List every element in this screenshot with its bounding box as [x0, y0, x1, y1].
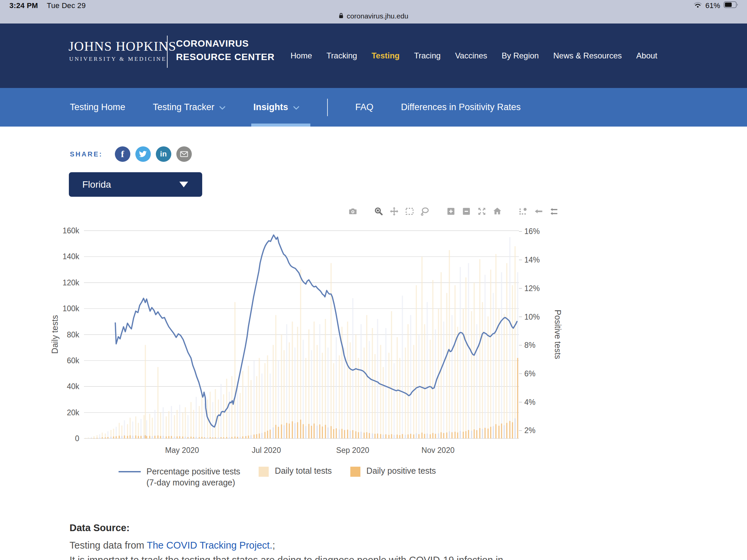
positive-tests-bar — [275, 425, 276, 438]
total-tests-bar — [185, 407, 186, 438]
positive-tests-bar — [239, 437, 240, 438]
covid-tracking-project-link[interactable]: The COVID Tracking Project. — [147, 540, 273, 551]
positive-tests-bar — [88, 438, 89, 438]
positive-tests-bar — [416, 433, 417, 438]
total-tests-bar — [325, 319, 326, 438]
positive-tests-bar — [199, 437, 200, 438]
total-tests-bar — [157, 367, 158, 438]
positive-tests-bar — [421, 433, 422, 438]
positive-tests-bar — [174, 436, 175, 438]
total-tests-bar — [457, 327, 458, 438]
positive-tests-bar — [336, 428, 337, 438]
total-tests-bar — [135, 416, 136, 438]
positive-tests-bar — [506, 423, 507, 438]
total-tests-bar — [270, 374, 271, 438]
x-axis-tick: Nov 2020 — [421, 446, 455, 455]
positive-tests-bar — [185, 437, 186, 438]
positive-tests-bar — [402, 434, 403, 438]
total-tests-bar — [190, 402, 191, 438]
positive-tests-bar — [303, 424, 304, 438]
positive-tests-bar — [366, 432, 367, 438]
positive-tests-bar — [278, 427, 279, 438]
total-tests-bar — [506, 263, 507, 438]
positive-tests-bar — [171, 436, 172, 438]
total-tests-bar — [174, 415, 175, 438]
total-tests-bar — [215, 389, 216, 438]
positive-tests-bar — [119, 436, 120, 438]
positive-tests-bar — [190, 437, 191, 438]
positive-tests-bar — [465, 431, 466, 438]
positive-tests-bar — [138, 436, 139, 438]
positive-tests-bar — [99, 438, 100, 438]
positive-tests-bar — [242, 436, 243, 438]
total-tests-bar — [473, 283, 474, 438]
positive-tests-bar — [130, 435, 131, 438]
positive-tests-bar — [110, 437, 111, 438]
total-tests-legend-swatch — [259, 466, 269, 477]
total-tests-bar — [223, 394, 224, 438]
total-tests-bar — [237, 381, 238, 438]
positive-tests-bar — [93, 438, 94, 438]
left-axis-tick: 100k — [62, 304, 79, 313]
positive-tests-bar — [385, 434, 386, 438]
total-tests-bar — [397, 337, 398, 438]
total-tests-bar — [360, 324, 361, 438]
positivity-line — [115, 235, 517, 427]
total-tests-bar — [168, 411, 169, 438]
total-tests-bar — [333, 363, 334, 438]
total-tests-bar — [347, 322, 348, 438]
positive-tests-bar — [289, 424, 290, 438]
positive-tests-bar — [498, 426, 499, 438]
positive-tests-bar — [115, 436, 117, 438]
positive-tests-bar — [254, 434, 255, 438]
page: 3:24 PMTue Dec 29 61% coronavirus.jhu.ed… — [0, 0, 747, 560]
positive-tests-bar — [146, 436, 147, 438]
positive-tests-bar — [355, 431, 356, 438]
total-tests-bar — [471, 311, 472, 438]
total-tests-bar — [402, 295, 403, 438]
total-tests-bar — [254, 361, 255, 438]
positive-tests-bar — [193, 437, 194, 438]
positive-tests-bar — [207, 437, 208, 438]
positive-tests-bar — [229, 437, 230, 438]
total-tests-bar — [490, 270, 491, 438]
positive-tests-bar — [313, 424, 314, 438]
bars-layer — [85, 237, 518, 438]
right-axis-tick: 14% — [524, 256, 540, 264]
positive-tests-bar — [331, 426, 332, 438]
positive-tests-bar — [273, 427, 274, 438]
positive-tests-bar — [201, 437, 202, 438]
total-tests-bar — [160, 412, 161, 438]
positive-tests-bar — [413, 434, 414, 438]
total-tests-bar — [350, 342, 351, 438]
total-tests-bar — [388, 353, 389, 438]
data-source-heading: Data Source: — [70, 523, 130, 533]
total-tests-bar — [311, 350, 312, 438]
positive-tests-bar — [237, 437, 238, 438]
positive-tests-bar — [482, 429, 483, 438]
total-tests-bar — [319, 324, 320, 438]
total-tests-bar — [352, 298, 353, 438]
total-tests-bar — [369, 341, 370, 438]
total-tests-bar — [281, 335, 282, 439]
total-tests-bar — [313, 322, 314, 438]
data-source-line: Testing data from The COVID Tracking Pro… — [70, 540, 275, 551]
total-tests-bar — [328, 347, 329, 438]
positive-tests-bar — [317, 426, 318, 438]
legend-positive-item[interactable]: Daily positive tests — [366, 466, 436, 476]
positive-tests-bar — [107, 437, 108, 438]
positive-tests-bar — [352, 430, 353, 438]
legend-total-item[interactable]: Daily total tests — [275, 466, 332, 476]
positive-tests-bar — [256, 434, 257, 438]
total-tests-bar — [452, 315, 453, 438]
total-tests-bar — [443, 322, 444, 438]
total-tests-bar — [275, 315, 276, 438]
positive-tests-bar — [372, 433, 373, 438]
total-tests-bar — [383, 367, 384, 438]
positive-tests-bar — [187, 437, 188, 438]
legend-line-item[interactable]: Percentage positive tests (7-day moving … — [147, 466, 240, 488]
x-axis-tick: May 2020 — [165, 446, 199, 455]
total-tests-bar — [509, 237, 510, 438]
total-tests-bar — [234, 302, 235, 438]
total-tests-bar — [484, 275, 485, 438]
